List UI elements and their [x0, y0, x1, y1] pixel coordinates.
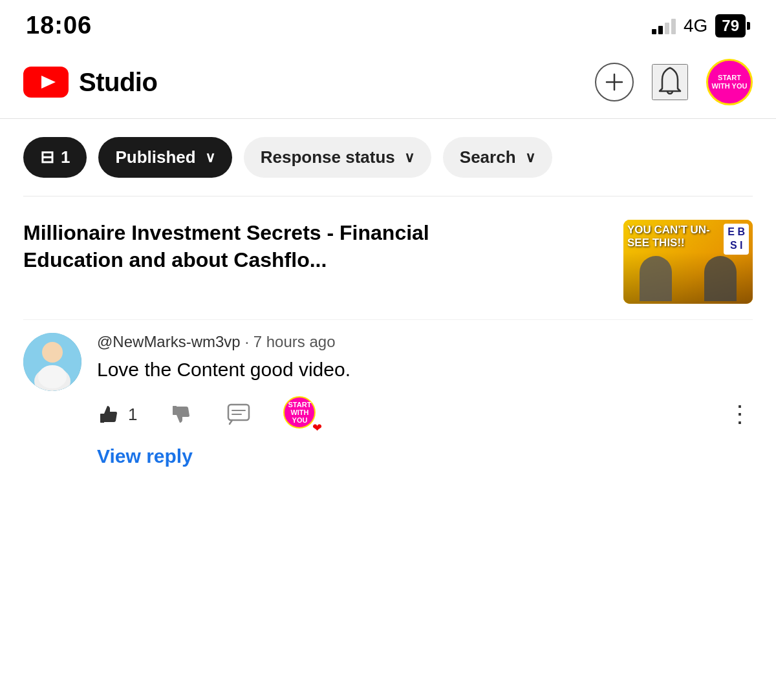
header: Studio START WITH YOU [0, 46, 776, 119]
bar1 [652, 29, 656, 34]
thumbnail-letters: E BS I [724, 224, 749, 255]
thumbnail-figures [623, 252, 753, 304]
add-button[interactable] [595, 63, 634, 101]
bell-icon [654, 65, 685, 99]
status-bar: 18:06 4G 79 [0, 0, 776, 46]
comment-row: @NewMarks-wm3vp · 7 hours ago Love the C… [23, 333, 753, 432]
user-avatar[interactable]: START WITH YOU [706, 59, 753, 105]
svg-point-8 [38, 365, 67, 388]
comment-separator: · [244, 333, 253, 350]
content-area: Millionaire Investment Secrets - Financi… [0, 196, 776, 493]
thumbnail-text: YOU CAN'T UN-SEE THIS!! [627, 224, 710, 249]
figure-2 [704, 256, 737, 301]
bar3 [665, 23, 669, 34]
view-reply-button[interactable]: View reply [23, 432, 193, 467]
published-chevron-icon: ∨ [205, 149, 215, 166]
commenter-avatar-svg [23, 333, 81, 391]
reply-comment-button[interactable] [226, 402, 251, 427]
notifications-button[interactable] [652, 64, 688, 100]
studio-title: Studio [79, 68, 157, 97]
svg-point-6 [42, 342, 63, 363]
video-row: Millionaire Investment Secrets - Financi… [23, 209, 753, 320]
battery-indicator: 79 [715, 14, 750, 37]
more-options-button[interactable]: ⋮ [728, 403, 753, 426]
like-count: 1 [128, 405, 137, 425]
published-filter-button[interactable]: Published ∨ [98, 137, 232, 178]
search-chevron-icon: ∨ [525, 149, 535, 166]
thumbnail-inner: YOU CAN'T UN-SEE THIS!! E BS I [623, 220, 753, 304]
figure-1 [640, 256, 672, 301]
response-status-filter-button[interactable]: Response status ∨ [244, 137, 431, 178]
heart-avatar-text: START WITH YOU [285, 401, 314, 424]
thumbnail-overlay-text: YOU CAN'T UN-SEE THIS!! [627, 224, 729, 250]
video-title: Millionaire Investment Secrets - Financi… [23, 220, 528, 273]
heart-avatar-circle: START WITH YOU [283, 396, 316, 429]
thumbs-up-svg [98, 403, 120, 425]
comment-meta: @NewMarks-wm3vp · 7 hours ago [97, 333, 753, 351]
header-icons: START WITH YOU [595, 59, 753, 105]
filter-count-badge: 1 [61, 147, 70, 167]
dislike-button[interactable] [169, 402, 194, 427]
signal-bars-icon [652, 17, 676, 34]
comment-section: @NewMarks-wm3vp · 7 hours ago Love the C… [23, 320, 753, 480]
comment-text: Love the Content good video. [97, 356, 753, 383]
search-filter-button[interactable]: Search ∨ [443, 137, 552, 178]
status-time: 18:06 [26, 12, 92, 39]
published-label: Published [115, 147, 195, 167]
comment-body: @NewMarks-wm3vp · 7 hours ago Love the C… [97, 333, 753, 432]
heart-icon: ❤ [312, 421, 322, 435]
battery-level: 79 [722, 17, 739, 35]
battery-nub-icon [747, 22, 750, 30]
thumbs-up-icon [97, 402, 122, 427]
svg-rect-9 [228, 405, 249, 420]
bar2 [658, 26, 663, 34]
like-button[interactable]: 1 [97, 402, 137, 427]
sliders-icon: ⊟ [40, 147, 54, 167]
plus-icon [605, 72, 624, 92]
video-thumbnail[interactable]: YOU CAN'T UN-SEE THIS!! E BS I [623, 220, 753, 304]
filter-sliders-button[interactable]: ⊟ 1 [23, 137, 87, 178]
response-status-chevron-icon: ∨ [404, 149, 415, 166]
speech-bubble-svg [227, 403, 250, 425]
comment-handle: @NewMarks-wm3vp [97, 333, 241, 350]
ellipsis-icon: ⋮ [728, 401, 753, 427]
filter-bar: ⊟ 1 Published ∨ Response status ∨ Search… [0, 119, 776, 196]
search-label: Search [460, 147, 516, 167]
comment-time: 7 hours ago [253, 333, 336, 350]
network-label: 4G [684, 16, 707, 36]
commenter-avatar [23, 333, 81, 391]
bar4 [671, 19, 676, 34]
heart-avatar[interactable]: START WITH YOU ❤ [283, 396, 319, 432]
view-reply-label: View reply [97, 445, 193, 467]
comment-icon [226, 402, 251, 427]
response-status-label: Response status [261, 147, 395, 167]
thumbs-down-svg [171, 403, 193, 425]
comment-actions: 1 [97, 396, 753, 432]
youtube-logo-icon [23, 67, 69, 98]
avatar-label: START WITH YOU [708, 74, 751, 90]
battery-box: 79 [715, 14, 746, 37]
logo-area: Studio [23, 67, 157, 98]
status-right: 4G 79 [652, 14, 750, 37]
thumbs-down-icon [169, 402, 194, 427]
